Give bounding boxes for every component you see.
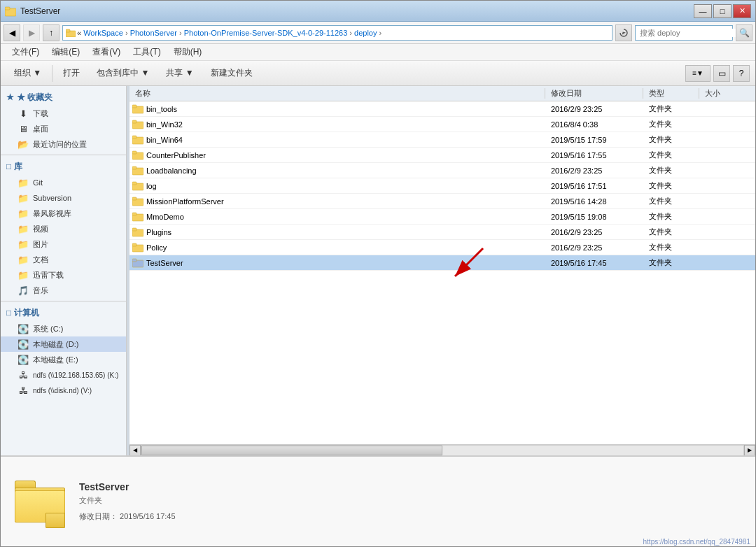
file-list: 名称 修改日期 类型 大小 bin_tools2016/2/9 23:25文件夹… <box>130 86 755 455</box>
table-row[interactable]: bin_Win322016/8/4 0:38文件夹 <box>130 117 755 132</box>
menu-view[interactable]: 查看(V) <box>87 45 126 59</box>
sidebar-item-v[interactable]: 🖧 ndfs (\\disk.nd) (V:) <box>1 383 126 398</box>
file-name-text: Policy <box>146 243 167 252</box>
h-scroll-thumb[interactable] <box>141 446 442 455</box>
file-date-cell: 2016/8/4 0:38 <box>545 120 643 129</box>
preview-pane-button[interactable]: ▭ <box>713 65 730 82</box>
back-button[interactable]: ◀ <box>4 24 20 41</box>
table-row[interactable]: Plugins2016/2/9 23:25文件夹 <box>130 225 755 240</box>
forward-button[interactable]: ▶ <box>23 24 40 41</box>
col-header-name[interactable]: 名称 <box>130 88 545 99</box>
file-folder-icon <box>132 258 144 268</box>
minimize-button[interactable]: — <box>694 4 712 18</box>
file-folder-icon <box>132 166 144 176</box>
sidebar-header-libraries[interactable]: □ 库 <box>1 158 126 175</box>
title-bar: TestServer — □ ✕ <box>1 1 755 22</box>
sidebar-item-e[interactable]: 💽 本地磁盘 (E:) <box>1 352 126 367</box>
sidebar-item-pictures[interactable]: 📁 图片 <box>1 236 126 252</box>
search-box[interactable] <box>635 25 733 41</box>
view-mode-button[interactable]: ≡▼ <box>685 65 710 82</box>
table-row[interactable]: MmoDemo2019/5/15 19:08文件夹 <box>130 209 755 225</box>
table-row[interactable]: MissionPlatformServer2019/5/16 14:28文件夹 <box>130 194 755 209</box>
sidebar-item-documents[interactable]: 📁 文档 <box>1 252 126 267</box>
h-scroll-right[interactable]: ▶ <box>744 445 755 456</box>
file-name-text: bin_Win32 <box>146 120 183 129</box>
media-label: 暴风影视库 <box>33 208 71 219</box>
file-name-text: log <box>146 182 157 190</box>
sidebar-item-subversion[interactable]: 📁 Subversion <box>1 190 126 206</box>
file-date-cell: 2019/5/16 17:45 <box>545 259 643 267</box>
documents-icon: 📁 <box>18 254 29 265</box>
svn-icon: 📁 <box>18 192 29 204</box>
sidebar-item-thunder[interactable]: 📁 迅雷下载 <box>1 267 126 283</box>
folder-icon <box>66 29 76 37</box>
sidebar-header-favorites[interactable]: ★ ★ 收藏夹 <box>1 89 126 106</box>
desktop-label: 桌面 <box>33 124 48 134</box>
recent-label: 最近访问的位置 <box>33 139 87 150</box>
sidebar-item-d[interactable]: 💽 本地磁盘 (D:) <box>1 336 126 352</box>
menu-help[interactable]: 帮助(H) <box>168 45 208 59</box>
libraries-label: 库 <box>14 161 22 173</box>
drive-e-icon: 💽 <box>18 354 29 365</box>
sidebar-divider2 <box>1 301 126 301</box>
file-name-cell: bin_Win64 <box>130 135 545 145</box>
file-name-text: MmoDemo <box>146 213 184 221</box>
close-button[interactable]: ✕ <box>733 4 751 18</box>
refresh-button[interactable] <box>615 24 632 41</box>
sidebar-item-git[interactable]: 📁 Git <box>1 175 126 190</box>
share-button[interactable]: 共享 ▼ <box>158 64 201 83</box>
computer-icon: □ <box>6 308 11 318</box>
sidebar-item-video[interactable]: 📁 视频 <box>1 221 126 236</box>
file-folder-icon <box>132 120 144 129</box>
include-button[interactable]: 包含到库中 ▼ <box>89 64 157 83</box>
menu-file[interactable]: 文件(F) <box>6 45 45 59</box>
thunder-label: 迅雷下载 <box>33 270 64 280</box>
favorites-label: ★ 收藏夹 <box>17 92 52 104</box>
file-type-cell: 文件夹 <box>643 134 699 145</box>
table-row[interactable]: TestServer2019/5/16 17:45文件夹 <box>130 255 755 271</box>
new-folder-button[interactable]: 新建文件夹 <box>203 64 260 83</box>
search-button[interactable]: 🔍 <box>736 24 752 41</box>
h-scroll-track[interactable] <box>141 445 744 456</box>
table-row[interactable]: bin_tools2016/2/9 23:25文件夹 <box>130 101 755 117</box>
open-button[interactable]: 打开 <box>55 64 88 83</box>
table-row[interactable]: log2019/5/16 17:51文件夹 <box>130 178 755 194</box>
organize-button[interactable]: 组织 ▼ <box>6 64 49 83</box>
title-bar-left: TestServer <box>5 6 60 17</box>
table-row[interactable]: Loadbalancing2016/2/9 23:25文件夹 <box>130 163 755 178</box>
menu-tools[interactable]: 工具(T) <box>127 45 166 59</box>
file-type-cell: 文件夹 <box>643 211 699 222</box>
sidebar-item-desktop[interactable]: 🖥 桌面 <box>1 121 126 136</box>
file-folder-icon <box>132 212 144 222</box>
col-header-size[interactable]: 大小 <box>699 88 755 99</box>
sidebar-item-downloads[interactable]: ⬇ 下载 <box>1 106 126 121</box>
sidebar-header-computer[interactable]: □ 计算机 <box>1 304 126 321</box>
file-folder-icon <box>132 243 144 253</box>
sidebar-item-c[interactable]: 💽 系统 (C:) <box>1 321 126 336</box>
up-button[interactable]: ↑ <box>43 24 59 41</box>
file-name-cell: TestServer <box>130 258 545 268</box>
menu-edit[interactable]: 编辑(E) <box>46 45 85 59</box>
h-scroll-left[interactable]: ◀ <box>130 445 141 456</box>
sidebar: ★ ★ 收藏夹 ⬇ 下载 🖥 桌面 📂 最近访问的位置 <box>1 86 127 455</box>
table-row[interactable]: Policy2016/2/9 23:25文件夹 <box>130 240 755 255</box>
sidebar-item-music[interactable]: 🎵 音乐 <box>1 283 126 298</box>
preview-pane: TestServer 文件夹 修改日期： 2019/5/16 17:45 <box>1 455 755 546</box>
preview-date-value: 2019/5/16 17:45 <box>120 512 176 520</box>
file-name-text: bin_tools <box>146 105 177 113</box>
sidebar-item-media[interactable]: 📁 暴风影视库 <box>1 206 126 221</box>
table-row[interactable]: bin_Win642019/5/15 17:59文件夹 <box>130 132 755 148</box>
sidebar-item-recent[interactable]: 📂 最近访问的位置 <box>1 136 126 152</box>
table-row[interactable]: CounterPublisher2019/5/16 17:55文件夹 <box>130 148 755 163</box>
file-name-cell: bin_Win32 <box>130 120 545 129</box>
search-input[interactable] <box>640 29 736 37</box>
col-header-date[interactable]: 修改日期 <box>545 88 643 99</box>
toolbar: 组织 ▼ 打开 包含到库中 ▼ 共享 ▼ 新建文件夹 ≡▼ ▭ ? <box>1 61 755 86</box>
help-button[interactable]: ? <box>733 65 750 82</box>
maximize-button[interactable]: □ <box>713 4 732 18</box>
svg-rect-3 <box>66 29 70 32</box>
address-field[interactable]: « WorkSpace › PhotonServer › Photon-OnPr… <box>62 25 612 41</box>
sidebar-item-k[interactable]: 🖧 ndfs (\\192.168.153.65) (K:) <box>1 367 126 383</box>
file-name-cell: Policy <box>130 243 545 253</box>
col-header-type[interactable]: 类型 <box>643 88 699 99</box>
